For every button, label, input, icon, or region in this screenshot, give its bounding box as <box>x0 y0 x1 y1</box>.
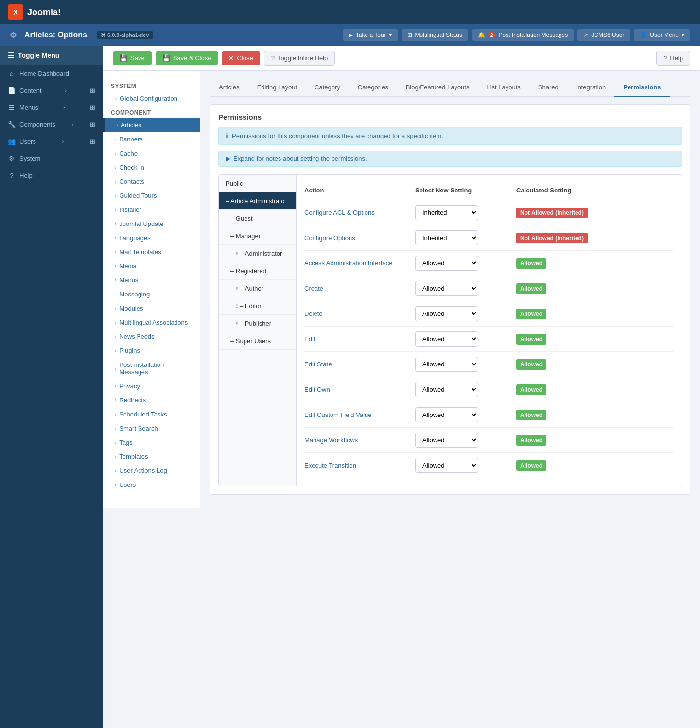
tab-shared[interactable]: Shared <box>529 79 567 97</box>
group-item-public[interactable]: Public <box>219 175 296 192</box>
toggle-inline-help-button[interactable]: ? Toggle Inline Help <box>264 51 335 66</box>
left-nav-item-contacts[interactable]: › Contacts <box>103 174 200 189</box>
group-item-author[interactable]: ⠿– Author <box>219 280 296 297</box>
action-dropdown-execute-transition[interactable]: InheritedAllowedDenied <box>415 458 478 473</box>
action-label-execute-transition[interactable]: Execute Transition <box>304 462 411 469</box>
action-select-configure-options[interactable]: InheritedAllowedDenied <box>415 230 512 245</box>
help-button[interactable]: ? Help <box>656 51 690 66</box>
left-nav-item-multilingual[interactable]: › Multilingual Associations <box>103 315 200 329</box>
left-nav-item-modules[interactable]: › Modules <box>103 301 200 315</box>
left-nav-item-cache[interactable]: › Cache <box>103 146 200 160</box>
action-dropdown-configure-options[interactable]: InheritedAllowedDenied <box>415 230 478 245</box>
left-nav-item-user-actions-log[interactable]: › User Actions Log <box>103 464 200 478</box>
action-select-create[interactable]: InheritedAllowedDenied <box>415 281 512 296</box>
tab-blog-featured[interactable]: Blog/Featured Layouts <box>397 79 478 97</box>
group-item-administrator[interactable]: ⠿– Administrator <box>219 245 296 262</box>
left-nav-item-post-install[interactable]: › Post-installation Messages <box>103 358 200 379</box>
left-nav-item-mail-templates[interactable]: › Mail Templates <box>103 245 200 259</box>
action-select-access-admin[interactable]: InheritedAllowedDenied <box>415 256 512 271</box>
calculated-badge-allowed: Allowed <box>516 460 546 471</box>
close-button[interactable]: ✕ Close <box>222 51 260 65</box>
left-nav-item-privacy[interactable]: › Privacy <box>103 379 200 393</box>
tab-category[interactable]: Category <box>306 79 349 97</box>
sidebar-item-components[interactable]: 🔧 Components › ⊞ <box>0 116 103 133</box>
left-nav-item-joomla-update[interactable]: › Joomla! Update <box>103 217 200 231</box>
left-nav-item-installer[interactable]: › Installer <box>103 203 200 217</box>
tab-permissions[interactable]: Permissions <box>614 79 669 97</box>
left-nav-item-banners[interactable]: › Banners <box>103 132 200 146</box>
toggle-menu-button[interactable]: ☰ Toggle Menu <box>0 46 103 65</box>
left-nav-item-redirects[interactable]: › Redirects <box>103 393 200 407</box>
action-label-access-admin[interactable]: Access Administration Interface <box>304 260 411 267</box>
post-install-messages-button[interactable]: 🔔 2 Post Installation Messages <box>472 29 574 41</box>
action-select-edit-state[interactable]: InheritedAllowedDenied <box>415 357 512 372</box>
action-select-edit-own[interactable]: InheritedAllowedDenied <box>415 382 512 397</box>
action-select-configure-acl[interactable]: InheritedAllowedDenied <box>415 205 512 220</box>
multilingual-status-button[interactable]: ⊞ Multilingual Status <box>402 29 468 41</box>
action-label-edit[interactable]: Edit <box>304 335 411 343</box>
action-label-configure-options[interactable]: Configure Options <box>304 234 411 242</box>
action-select-delete[interactable]: InheritedAllowedDenied <box>415 306 512 321</box>
action-select-manage-workflows[interactable]: InheritedAllowedDenied <box>415 433 512 448</box>
action-dropdown-manage-workflows[interactable]: InheritedAllowedDenied <box>415 433 478 448</box>
save-close-button[interactable]: 💾 Save & Close <box>156 51 218 65</box>
group-item-editor[interactable]: ⠿– Editor <box>219 297 296 315</box>
tab-articles[interactable]: Articles <box>210 79 248 97</box>
take-a-tour-button[interactable]: ▶ Take a Tour ▾ <box>343 29 398 41</box>
action-label-edit-own[interactable]: Edit Own <box>304 386 411 393</box>
sidebar-item-content[interactable]: 📄 Content › ⊞ <box>0 82 103 99</box>
left-nav-item-check-in[interactable]: › Check-in <box>103 160 200 174</box>
action-label-manage-workflows[interactable]: Manage Workflows <box>304 436 411 444</box>
action-dropdown-edit-state[interactable]: InheritedAllowedDenied <box>415 357 478 372</box>
action-dropdown-configure-acl[interactable]: InheritedAllowedDenied <box>415 205 478 220</box>
action-dropdown-edit-own[interactable]: InheritedAllowedDenied <box>415 382 478 397</box>
left-nav-item-languages[interactable]: › Languages <box>103 231 200 245</box>
tab-categories[interactable]: Categories <box>349 79 397 97</box>
action-select-execute-transition[interactable]: InheritedAllowedDenied <box>415 458 512 473</box>
sidebar-item-users[interactable]: 👥 Users › ⊞ <box>0 133 103 150</box>
action-select-edit-custom-field[interactable]: InheritedAllowedDenied <box>415 407 512 422</box>
group-item-manager[interactable]: – Manager <box>219 227 296 245</box>
action-select-edit[interactable]: InheritedAllowedDenied <box>415 331 512 347</box>
action-dropdown-delete[interactable]: InheritedAllowedDenied <box>415 306 478 321</box>
tab-integration[interactable]: Integration <box>567 79 614 97</box>
group-item-super-users[interactable]: – Super Users <box>219 332 296 350</box>
group-item-guest[interactable]: – Guest <box>219 210 296 227</box>
left-nav-item-tags[interactable]: › Tags <box>103 435 200 450</box>
action-label-edit-state[interactable]: Edit State <box>304 361 411 368</box>
tab-editing-layout[interactable]: Editing Layout <box>248 79 306 97</box>
group-item-registered[interactable]: – Registered <box>219 262 296 280</box>
action-dropdown-access-admin[interactable]: InheritedAllowedDenied <box>415 256 478 271</box>
left-nav-item-media[interactable]: › Media <box>103 259 200 273</box>
action-label-edit-custom-field[interactable]: Edit Custom Field Value <box>304 411 411 418</box>
group-item-publisher[interactable]: ⠿– Publisher <box>219 315 296 332</box>
left-nav-item-guided-tours[interactable]: › Guided Tours <box>103 189 200 203</box>
left-nav-item-scheduled-tasks[interactable]: › Scheduled Tasks <box>103 407 200 421</box>
sidebar-item-menus[interactable]: ☰ Menus › ⊞ <box>0 99 103 116</box>
sidebar-item-system[interactable]: ⚙ System <box>0 150 103 167</box>
action-dropdown-create[interactable]: InheritedAllowedDenied <box>415 281 478 296</box>
left-nav-item-articles[interactable]: › Articles <box>103 118 200 132</box>
sidebar-item-help[interactable]: ? Help <box>0 167 103 184</box>
group-item-article-admin[interactable]: – Article Administrato <box>219 192 296 210</box>
left-nav-item-templates[interactable]: › Templates <box>103 450 200 464</box>
sidebar-item-home[interactable]: ⌂ Home Dashboard <box>0 65 103 82</box>
left-nav-item-messaging[interactable]: › Messaging <box>103 287 200 301</box>
left-nav-item-users[interactable]: › Users <box>103 478 200 492</box>
tab-list-layouts[interactable]: List Layouts <box>478 79 529 97</box>
action-label-create[interactable]: Create <box>304 285 411 292</box>
left-nav-item-news-feeds[interactable]: › News Feeds <box>103 329 200 344</box>
sidebar-content-label: Content <box>19 87 42 94</box>
action-label-delete[interactable]: Delete <box>304 310 411 317</box>
expand-notes-button[interactable]: ▶ Expand for notes about setting the per… <box>218 151 682 167</box>
left-nav-item-plugins[interactable]: › Plugins <box>103 344 200 358</box>
user-menu-button[interactable]: 👤 User Menu ▾ <box>634 29 690 41</box>
action-dropdown-edit[interactable]: InheritedAllowedDenied <box>415 331 478 347</box>
action-label-configure-acl[interactable]: Configure ACL & Options <box>304 209 411 216</box>
global-config-nav-item[interactable]: › Global Configuration <box>103 91 200 105</box>
action-dropdown-edit-custom-field[interactable]: InheritedAllowedDenied <box>415 407 478 422</box>
left-nav-item-smart-search[interactable]: › Smart Search <box>103 421 200 435</box>
jcms6-user-button[interactable]: ↗ JCMS6 User <box>578 29 630 41</box>
left-nav-item-menus[interactable]: › Menus <box>103 273 200 287</box>
save-button[interactable]: 💾 Save <box>113 51 152 65</box>
